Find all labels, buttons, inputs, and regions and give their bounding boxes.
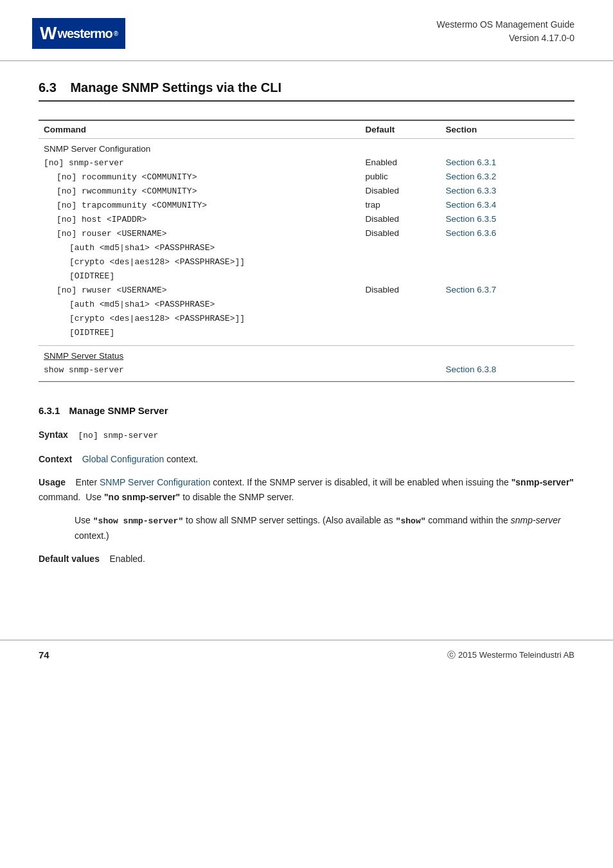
section-cell: Section 6.3.4 (440, 198, 574, 212)
section-cell: Section 6.3.1 (440, 156, 574, 170)
section-cell: Section 6.3.6 (440, 226, 574, 240)
section-link[interactable]: Section 6.3.4 (445, 200, 496, 210)
table-body: SNMP Server Configuration [no] snmp-serv… (39, 139, 574, 382)
default-cell: Disabled (360, 283, 440, 297)
section-link[interactable]: Section 6.3.6 (445, 228, 496, 238)
usage-para2-bold2: "show" (396, 516, 426, 526)
section-cell: Section 6.3.7 (440, 283, 574, 297)
header-title: Westermo OS Management Guide Version 4.1… (436, 18, 574, 45)
cmd-cell: [no] snmp-server (39, 156, 360, 170)
footer-copy-text: 2015 Westermo Teleindustri AB (458, 650, 574, 660)
default-label: Default values (39, 554, 100, 564)
cmd-cell: [auth <md5|sha1> <PASSPHRASE> (39, 297, 360, 311)
section-cell: Section 6.3.2 (440, 170, 574, 184)
footer-copyright: ⓒ 2015 Westermo Teleindustri AB (447, 649, 574, 661)
syntax-value: [no] snmp-server (78, 431, 158, 440)
col-command: Command (39, 120, 360, 139)
section-link[interactable]: Section 6.3.3 (445, 186, 496, 195)
usage-para2: Use "show snmp-server" to show all SNMP … (75, 513, 574, 543)
usage-link[interactable]: SNMP Server Configuration (100, 477, 210, 487)
table-row: [no] rwuser <USERNAME> Disabled Section … (39, 283, 574, 297)
footer-page: 74 (39, 649, 49, 660)
main-content: 6.3 Manage SNMP Settings via the CLI Com… (0, 61, 613, 601)
default-cell: trap (360, 198, 440, 212)
cmd-cell: show snmp-server (39, 363, 360, 382)
table-header-row: Command Default Section (39, 120, 574, 139)
context-label: Context (39, 454, 72, 464)
default-value: Enabled. (110, 554, 145, 564)
cmd-cell: [no] rouser <USERNAME> (39, 226, 360, 240)
section-link[interactable]: Section 6.3.1 (445, 158, 496, 167)
footer: 74 ⓒ 2015 Westermo Teleindustri AB (0, 640, 613, 670)
default-cell: Enabled (360, 156, 440, 170)
group-label-2: SNMP Server Status (39, 346, 574, 363)
logo-registered: ® (114, 30, 118, 37)
copyright-symbol: ⓒ (447, 650, 456, 660)
cmd-cell: [no] rocommunity <COMMUNITY> (39, 170, 360, 184)
cmd-cell: [OIDTREE] (39, 269, 360, 283)
default-cell: Disabled (360, 184, 440, 198)
section-cell: Section 6.3.3 (440, 184, 574, 198)
syntax-para: Syntax [no] snmp-server (39, 428, 574, 443)
cmd-cell: [OIDTREE] (39, 325, 360, 346)
default-cell: Disabled (360, 226, 440, 240)
table-row: [auth <md5|sha1> <PASSPHRASE> (39, 240, 574, 255)
context-link[interactable]: Global Configuration (82, 454, 164, 464)
default-para: Default values Enabled. (39, 552, 574, 566)
table-row: [no] host <IPADDR> Disabled Section 6.3.… (39, 212, 574, 226)
table-row: [OIDTREE] (39, 325, 574, 346)
section-number: 6.3 (39, 80, 57, 95)
logo-w-letter: W (40, 23, 56, 44)
logo: W westermo® (32, 18, 125, 49)
cmd-cell: [auth <md5|sha1> <PASSPHRASE> (39, 240, 360, 255)
table-row: [crypto <des|aes128> <PASSPHRASE>]] (39, 311, 574, 325)
table-row: [no] rouser <USERNAME> Disabled Section … (39, 226, 574, 240)
subsection-title: Manage SNMP Server (69, 405, 168, 416)
section-title: Manage SNMP Settings via the CLI (70, 80, 281, 95)
logo-area: W westermo® (32, 18, 125, 49)
logo-text: westermo (57, 26, 112, 41)
header-title-line2: Version 4.17.0-0 (436, 32, 574, 45)
context-suffix: context. (166, 454, 198, 464)
table-row: SNMP Server Configuration (39, 139, 574, 156)
command-table: Command Default Section SNMP Server Conf… (39, 120, 574, 382)
col-default: Default (360, 120, 440, 139)
table-row: [auth <md5|sha1> <PASSPHRASE> (39, 297, 574, 311)
cmd-cell: [crypto <des|aes128> <PASSPHRASE>]] (39, 255, 360, 269)
group-label-1: SNMP Server Configuration (39, 139, 574, 156)
cmd-cell: [no] host <IPADDR> (39, 212, 360, 226)
table-row: [no] rwcommunity <COMMUNITY> Disabled Se… (39, 184, 574, 198)
col-section: Section (440, 120, 574, 139)
table-row: [no] rocommunity <COMMUNITY> public Sect… (39, 170, 574, 184)
section-link[interactable]: Section 6.3.7 (445, 285, 496, 294)
table-header: Command Default Section (39, 120, 574, 139)
cmd-cell: [no] trapcommunity <COMMUNITY> (39, 198, 360, 212)
syntax-label: Syntax (39, 429, 68, 440)
default-cell: public (360, 170, 440, 184)
usage-para: Usage Enter SNMP Server Configuration co… (39, 475, 574, 504)
cmd-cell: [no] rwuser <USERNAME> (39, 283, 360, 297)
section-link[interactable]: Section 6.3.5 (445, 214, 496, 224)
section-link[interactable]: Section 6.3.2 (445, 172, 496, 181)
table-row: [no] snmp-server Enabled Section 6.3.1 (39, 156, 574, 170)
cmd-cell: [crypto <des|aes128> <PASSPHRASE>]] (39, 311, 360, 325)
default-cell: Disabled (360, 212, 440, 226)
cmd-cell: [no] rwcommunity <COMMUNITY> (39, 184, 360, 198)
subsection-heading-631: 6.3.1 Manage SNMP Server (39, 405, 574, 416)
usage-bold2: "no snmp-server" (104, 492, 180, 502)
section-heading: 6.3 Manage SNMP Settings via the CLI (39, 80, 574, 102)
table-row: [no] trapcommunity <COMMUNITY> trap Sect… (39, 198, 574, 212)
table-row: [OIDTREE] (39, 269, 574, 283)
default-cell (360, 363, 440, 382)
table-row: SNMP Server Status (39, 346, 574, 363)
table-row: show snmp-server Section 6.3.8 (39, 363, 574, 382)
usage-para2-bold: "show snmp-server" (93, 516, 183, 526)
context-para: Context Global Configuration context. (39, 452, 574, 466)
usage-bold1: "snmp-server" (511, 477, 574, 487)
section-cell: Section 6.3.5 (440, 212, 574, 226)
usage-para2-italic: snmp-server (511, 515, 561, 525)
section-cell: Section 6.3.8 (440, 363, 574, 382)
table-row: [crypto <des|aes128> <PASSPHRASE>]] (39, 255, 574, 269)
header: W westermo® Westermo OS Management Guide… (0, 0, 613, 61)
section-link[interactable]: Section 6.3.8 (445, 365, 496, 374)
